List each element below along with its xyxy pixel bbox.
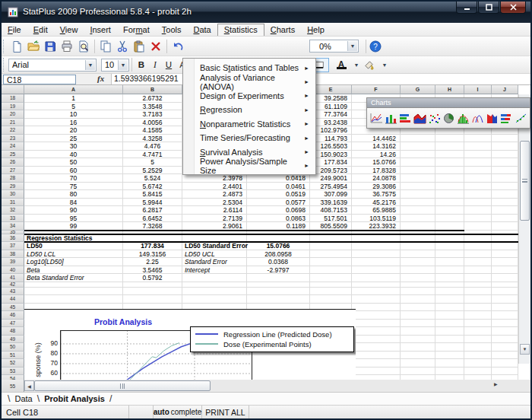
row-header[interactable]: 42 — [2, 282, 24, 288]
row-header[interactable]: 55 — [2, 380, 24, 392]
cell[interactable]: 5 — [123, 158, 182, 167]
cell[interactable] — [435, 368, 464, 376]
row-header[interactable]: 43 — [2, 288, 24, 296]
cell[interactable]: 3.7183 — [123, 110, 182, 119]
row-header[interactable]: 49 — [2, 336, 24, 344]
cell[interactable] — [352, 327, 401, 336]
cell[interactable]: 4.1585 — [123, 126, 182, 135]
font-size-select[interactable]: 10 ▼ — [101, 59, 129, 72]
row-header[interactable]: 32 — [2, 206, 24, 215]
menu-file[interactable]: File — [2, 24, 27, 35]
cell[interactable]: 114.793 — [310, 135, 352, 143]
cell[interactable]: 0.0577 — [247, 199, 310, 207]
cell[interactable] — [435, 295, 464, 304]
cell[interactable]: Standard Error — [182, 258, 247, 266]
print-preview-button[interactable] — [75, 39, 92, 54]
histogram-chart-icon[interactable] — [456, 112, 470, 125]
cell[interactable] — [464, 295, 492, 304]
cell[interactable]: 17.8328 — [352, 167, 401, 175]
cell[interactable] — [310, 274, 352, 282]
cell[interactable] — [352, 266, 401, 275]
cell[interactable]: 5 — [24, 103, 123, 111]
cell[interactable]: 177.834 — [310, 158, 352, 167]
cell[interactable] — [464, 167, 492, 175]
delete-button[interactable] — [147, 39, 164, 54]
scroll-down-arrow[interactable]: ▼ — [520, 344, 530, 355]
menu-data[interactable]: Data — [187, 24, 217, 35]
menu-charts[interactable]: Charts — [264, 24, 301, 35]
cell[interactable]: 4.3258 — [123, 135, 182, 143]
cell[interactable]: 149.3156 — [123, 250, 182, 259]
menu-edit[interactable]: Edit — [27, 24, 54, 35]
cell[interactable] — [352, 343, 401, 352]
row-header[interactable]: 48 — [2, 327, 24, 336]
cell[interactable] — [352, 288, 401, 296]
cell[interactable]: 1 — [24, 94, 123, 103]
cell[interactable] — [492, 199, 518, 207]
cell[interactable] — [401, 199, 435, 207]
row-header[interactable]: 28 — [2, 174, 24, 183]
cell[interactable]: 5.524 — [123, 174, 182, 183]
cell[interactable]: 77.3764 — [310, 110, 352, 119]
cell[interactable] — [310, 266, 352, 275]
cell[interactable] — [435, 320, 464, 328]
cell[interactable] — [435, 135, 464, 143]
row-header[interactable]: 22 — [2, 126, 24, 135]
cell[interactable] — [247, 274, 310, 282]
cell[interactable]: 5.8415 — [123, 190, 182, 199]
cell[interactable] — [24, 288, 123, 296]
cell[interactable] — [435, 282, 464, 288]
open-button[interactable] — [25, 39, 42, 54]
cell[interactable]: 45.2176 — [352, 199, 401, 207]
cell[interactable] — [435, 250, 464, 259]
cell[interactable] — [492, 222, 518, 231]
cell[interactable]: 14.3162 — [352, 142, 401, 151]
cell[interactable] — [435, 327, 464, 336]
row-header[interactable]: 44 — [2, 295, 24, 304]
cell[interactable]: 275.4954 — [310, 183, 352, 191]
cell[interactable]: LD50 Standard Error — [182, 242, 247, 250]
cell[interactable] — [435, 359, 464, 368]
cell[interactable] — [24, 282, 123, 288]
row-header[interactable]: 40 — [2, 266, 24, 275]
row-header[interactable]: 31 — [2, 199, 24, 207]
cell[interactable] — [492, 250, 518, 259]
cell[interactable]: 2.6732 — [123, 94, 182, 103]
cell[interactable] — [435, 206, 464, 215]
cell[interactable]: 20 — [24, 126, 123, 135]
cell[interactable]: 95 — [24, 215, 123, 223]
cell[interactable] — [492, 295, 518, 304]
row-header[interactable]: 33 — [2, 215, 24, 223]
cell[interactable]: 150.9023 — [310, 151, 352, 159]
cell[interactable]: 307.099 — [310, 190, 352, 199]
cell[interactable]: 40 — [24, 151, 123, 159]
copy-button[interactable] — [97, 39, 114, 54]
cell[interactable] — [352, 250, 401, 259]
row-header[interactable]: 23 — [2, 135, 24, 143]
chevron-down-icon[interactable]: ▼ — [118, 60, 128, 70]
row-header[interactable]: 52 — [2, 359, 24, 368]
cell[interactable] — [464, 199, 492, 207]
scroll-right-arrow[interactable]: ▶ — [494, 381, 498, 387]
font-color-button[interactable]: A — [334, 58, 349, 72]
cell[interactable] — [24, 295, 123, 304]
cell[interactable]: 50 — [24, 158, 123, 167]
cell[interactable]: 2.3978 — [182, 174, 247, 183]
cell[interactable] — [464, 320, 492, 328]
cell[interactable] — [464, 282, 492, 288]
row-header[interactable]: 51 — [2, 352, 24, 360]
cell[interactable]: 2.4873 — [182, 190, 247, 199]
cell[interactable] — [401, 215, 435, 223]
minimize-button[interactable] — [456, 2, 477, 14]
bold-button[interactable]: B — [135, 58, 148, 72]
cell[interactable] — [492, 151, 518, 159]
cell[interactable]: 5.9944 — [123, 199, 182, 207]
cell[interactable]: 5.6742 — [123, 183, 182, 191]
menu-view[interactable]: View — [54, 24, 84, 35]
save-button[interactable] — [42, 39, 59, 54]
menu-item-design-of-experiments[interactable]: Design of Experiments► — [183, 89, 315, 103]
cell[interactable]: 3.5465 — [123, 266, 182, 275]
sheet-tab-data[interactable]: Data — [11, 394, 35, 403]
cell[interactable] — [435, 242, 464, 250]
cell[interactable]: LD50 LCL — [24, 250, 123, 259]
